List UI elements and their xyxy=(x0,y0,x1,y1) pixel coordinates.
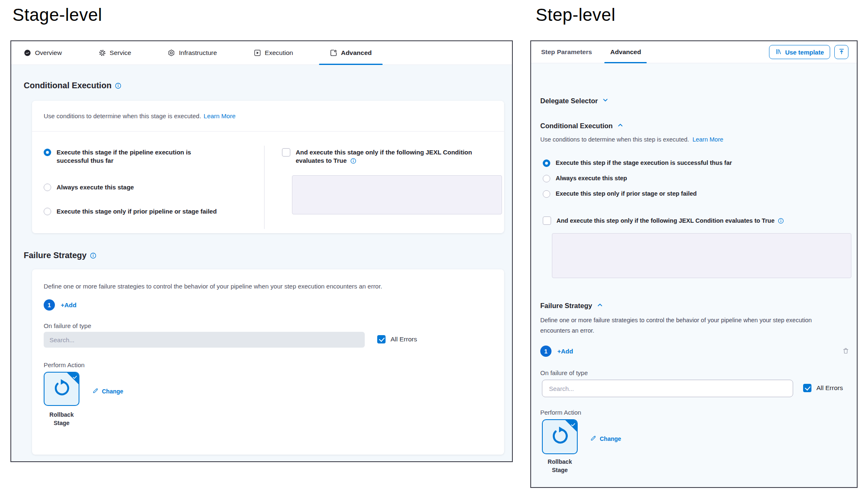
tab-infrastructure[interactable]: Infrastructure xyxy=(168,41,217,65)
stage-tabbar: Overview Service Infrastructure Executio… xyxy=(11,41,512,65)
advanced-icon xyxy=(330,49,337,57)
strategy-badge[interactable]: 1 xyxy=(44,299,55,311)
rollback-action-label: Rollback Stage xyxy=(41,411,82,427)
step-level-title: Step-level xyxy=(536,5,616,25)
check-icon xyxy=(72,374,77,379)
pencil-icon xyxy=(92,387,99,395)
radio-unselected[interactable] xyxy=(44,184,51,191)
chevron-up-icon xyxy=(617,122,624,130)
perform-action-label: Perform Action xyxy=(44,361,84,368)
tab-execution[interactable]: Execution xyxy=(254,41,293,65)
rollback-action-card[interactable] xyxy=(542,419,578,454)
gear-icon xyxy=(99,49,106,57)
learn-more-link[interactable]: Learn More xyxy=(692,136,723,143)
jexl-checkbox[interactable] xyxy=(282,148,290,157)
tab-advanced[interactable]: Advanced xyxy=(610,41,641,63)
pencil-icon xyxy=(590,435,597,443)
stage-panel: Overview Service Infrastructure Executio… xyxy=(10,40,513,462)
jexl-label: And execute this step only if the follow… xyxy=(556,216,784,225)
radio-option-prior-failed[interactable]: Execute this stage only if prior pipelin… xyxy=(44,207,217,216)
all-errors-row[interactable]: All Errors xyxy=(377,335,417,343)
add-strategy-button[interactable]: +Add xyxy=(61,301,77,308)
heading-text: Conditional Execution xyxy=(24,81,111,90)
all-errors-checkbox[interactable] xyxy=(377,335,386,343)
radio-option-prior-failed[interactable]: Execute this step only if prior stage or… xyxy=(543,190,697,198)
change-action-link[interactable]: Change xyxy=(92,387,123,395)
tab-overview[interactable]: Overview xyxy=(24,41,62,65)
jexl-condition-textarea[interactable] xyxy=(292,175,502,214)
radio-selected[interactable] xyxy=(543,159,550,167)
conditional-execution-description-row: Use conditions to determine when this st… xyxy=(32,101,504,132)
delete-strategy-button[interactable] xyxy=(842,347,849,356)
tab-label: Execution xyxy=(265,49,293,57)
radio-unselected[interactable] xyxy=(543,190,550,198)
radio-option-stage-success[interactable]: Execute this step if the stage execution… xyxy=(543,159,732,167)
learn-more-link[interactable]: Learn More xyxy=(204,112,236,119)
failure-strategy-heading[interactable]: Failure Strategy xyxy=(540,301,603,310)
change-action-link[interactable]: Change xyxy=(590,435,621,443)
failure-type-search-input[interactable] xyxy=(44,332,365,348)
stage-content: Conditional Execution Use conditions to … xyxy=(11,65,512,461)
upload-button[interactable] xyxy=(834,45,848,59)
jexl-label: And execute this stage only if the follo… xyxy=(296,148,491,165)
trash-icon xyxy=(842,348,849,356)
radio-unselected[interactable] xyxy=(543,175,550,182)
play-box-icon xyxy=(254,49,261,57)
description-text: Use conditions to determine when this st… xyxy=(540,136,689,143)
heading-text: Failure Strategy xyxy=(24,251,87,260)
add-strategy-button[interactable]: +Add xyxy=(557,348,573,355)
radio-label: Execute this step only if prior stage or… xyxy=(556,190,697,198)
chevron-up-icon xyxy=(596,301,603,310)
rollback-action-label: Rollback Stage xyxy=(539,458,580,474)
failure-strategy-description: Define one or more failure strategies to… xyxy=(44,283,480,290)
description-text: Use conditions to determine when this st… xyxy=(44,112,201,119)
all-errors-label: All Errors xyxy=(391,336,417,343)
tab-advanced[interactable]: Advanced xyxy=(330,41,372,65)
all-errors-row[interactable]: All Errors xyxy=(803,384,843,392)
all-errors-checkbox[interactable] xyxy=(803,384,811,392)
conditional-execution-heading[interactable]: Conditional Execution xyxy=(540,122,624,130)
delegate-selector-heading[interactable]: Delegate Selector xyxy=(540,97,609,105)
radio-option-always-execute[interactable]: Always execute this step xyxy=(543,174,627,183)
tab-label: Overview xyxy=(35,49,62,57)
tab-label: Step Parameters xyxy=(541,48,592,56)
tab-label: Service xyxy=(110,49,131,57)
upload-icon xyxy=(838,48,845,56)
overview-icon xyxy=(24,49,31,57)
radio-label: Always execute this step xyxy=(556,174,627,183)
radio-label: Execute this stage only if prior pipelin… xyxy=(57,207,217,216)
tab-service[interactable]: Service xyxy=(99,41,131,65)
all-errors-label: All Errors xyxy=(816,384,843,392)
radio-selected[interactable] xyxy=(44,149,51,156)
jexl-condition-textarea[interactable] xyxy=(552,233,851,278)
use-template-button[interactable]: Use template xyxy=(769,45,830,59)
tab-step-parameters[interactable]: Step Parameters xyxy=(541,41,592,63)
heading-text: Failure Strategy xyxy=(540,302,592,310)
tab-actions: Use template xyxy=(769,45,848,59)
jexl-checkbox-row[interactable]: And execute this step only if the follow… xyxy=(543,216,851,225)
jexl-checkbox-row[interactable]: And execute this stage only if the follo… xyxy=(282,148,502,165)
info-icon[interactable] xyxy=(115,82,121,89)
info-icon[interactable] xyxy=(350,158,356,164)
info-icon[interactable] xyxy=(90,252,96,259)
radio-label: Always execute this stage xyxy=(57,183,134,192)
jexl-checkbox[interactable] xyxy=(543,216,551,225)
conditional-execution-description: Use conditions to determine when this st… xyxy=(540,136,723,143)
jexl-condition-group: And execute this stage only if the follo… xyxy=(282,148,502,214)
radio-unselected[interactable] xyxy=(44,208,51,215)
radio-option-pipeline-success[interactable]: Execute this stage if the pipeline execu… xyxy=(44,148,194,165)
strategy-badge[interactable]: 1 xyxy=(540,346,551,357)
step-panel: Step Parameters Advanced Use template De… xyxy=(530,40,858,488)
heading-text: Conditional Execution xyxy=(540,122,613,130)
column-divider xyxy=(264,146,265,229)
use-template-label: Use template xyxy=(785,49,824,56)
info-icon[interactable] xyxy=(778,218,784,224)
failure-strategy-card: Define one or more failure strategies to… xyxy=(32,269,504,455)
failure-type-search-input[interactable] xyxy=(542,380,793,397)
conditional-execution-card: Use conditions to determine when this st… xyxy=(32,101,504,233)
radio-label: Execute this stage if the pipeline execu… xyxy=(57,148,194,165)
rollback-action-card[interactable] xyxy=(44,372,79,406)
radio-option-always-execute[interactable]: Always execute this stage xyxy=(44,183,134,192)
change-label: Change xyxy=(102,388,123,395)
tab-label: Infrastructure xyxy=(179,49,217,57)
